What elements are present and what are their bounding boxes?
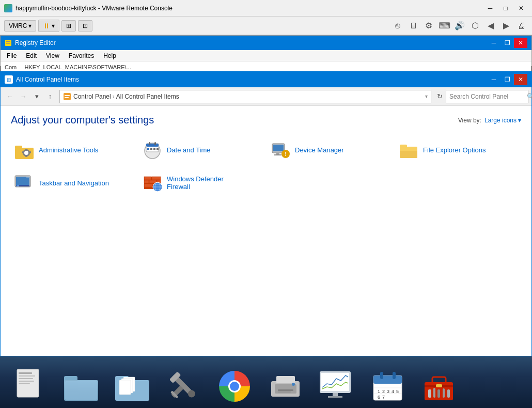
nav-up-button[interactable]: ↑ [44, 90, 56, 103]
view-by-dropdown[interactable]: Large icons ▾ [484, 117, 521, 124]
address-dropdown-arrow[interactable]: ▾ [425, 93, 428, 99]
registry-menu-edit[interactable]: Edit [22, 51, 41, 60]
defender-icon [142, 172, 163, 193]
svg-rect-13 [29, 151, 31, 153]
registry-titlebar: Registry Editor ─ ❐ ✕ [1, 36, 531, 50]
breadcrumb-control-panel[interactable]: Control Panel [73, 93, 111, 100]
vmrc-window-controls: ─ □ ✕ [483, 3, 528, 13]
breadcrumb-icon [63, 92, 71, 101]
vmrc-settings[interactable]: ⚙ [423, 20, 435, 32]
vmrc-send-ctrl-alt-del[interactable]: ⎋ [392, 20, 404, 32]
view-by-control: View by: Large icons ▾ [458, 117, 521, 124]
registry-icon [5, 39, 12, 46]
svg-rect-7 [15, 146, 22, 149]
panel-item-taskbar[interactable]: Taskbar and Navigation [11, 168, 135, 197]
nav-back-button[interactable]: ← [4, 90, 16, 103]
svg-rect-51 [19, 372, 32, 374]
taskbar-item-folder2[interactable] [107, 360, 157, 404]
taskbar-item-toolbox[interactable] [414, 360, 463, 404]
doc-icon-svg [14, 368, 45, 404]
cpanel-close-button[interactable]: ✕ [514, 74, 527, 85]
search-input[interactable] [449, 93, 527, 100]
vmrc-audio[interactable]: 🔊 [453, 20, 466, 32]
vmrc-keyboard[interactable]: ⌨ [438, 20, 450, 32]
registry-minimize-button[interactable]: ─ [487, 38, 500, 48]
panel-item-admin-tools[interactable]: Administrative Tools [11, 135, 135, 164]
svg-rect-25 [276, 153, 279, 154]
vmrc-pause-button[interactable]: ⏸ ▾ [38, 20, 59, 32]
svg-rect-74 [278, 391, 291, 393]
taskbar-item-doc[interactable] [5, 360, 54, 404]
vmrc-print[interactable]: 🖨 [515, 20, 528, 32]
registry-close-button[interactable]: ✕ [514, 38, 527, 48]
address-refresh-button[interactable]: ↻ [434, 90, 445, 103]
registry-menu-help[interactable]: Help [99, 51, 120, 60]
svg-rect-21 [149, 142, 150, 145]
nav-dropdown-button[interactable]: ▾ [30, 90, 43, 103]
taskbar-item-folder1[interactable] [56, 360, 105, 404]
panel-item-defender[interactable]: Windows Defender Firewall [139, 168, 263, 197]
svg-rect-72 [276, 376, 295, 383]
taskbar-icon-svg [14, 172, 35, 193]
vmrc-usb[interactable]: ⬡ [469, 20, 481, 32]
registry-menu-view[interactable]: View [42, 51, 64, 60]
taskbar-item-monitor-chart[interactable] [312, 360, 361, 404]
folder1-icon-svg [63, 371, 99, 402]
date-time-label: Date and Time [167, 146, 211, 154]
adjust-text: Adjust your computer's settings [11, 114, 154, 126]
svg-rect-30 [400, 145, 407, 148]
svg-rect-99 [437, 389, 440, 398]
svg-rect-31 [400, 151, 417, 158]
date-time-icon [142, 139, 163, 160]
panel-item-file-explorer[interactable]: File Explorer Options [395, 135, 519, 164]
svg-rect-100 [443, 388, 445, 398]
printer-icon-svg [269, 371, 302, 402]
defender-label-line1: Windows Defender [167, 175, 224, 183]
file-explorer-icon [398, 139, 419, 160]
taskbar-item-tools[interactable] [159, 360, 208, 404]
registry-menu-favorites[interactable]: Favorites [65, 51, 98, 60]
vmrc-fit-button[interactable]: ⊞ [61, 20, 76, 32]
chrome-icon-taskbar [216, 368, 253, 404]
panel-item-date-time[interactable]: Date and Time [139, 135, 263, 164]
folder2-icon-svg [114, 371, 150, 402]
vmrc-maximize-button[interactable]: □ [499, 3, 512, 13]
nav-forward-button[interactable]: → [17, 90, 29, 103]
svg-rect-4 [65, 95, 70, 96]
svg-rect-10 [25, 149, 27, 151]
vmrc-minimize-button[interactable]: ─ [483, 3, 497, 13]
date-time-icon-svg [142, 139, 163, 160]
svg-rect-22 [154, 142, 156, 145]
defender-icon-svg [142, 172, 163, 193]
vmrc-label: VMRC [9, 22, 27, 29]
registry-maximize-button[interactable]: ❐ [500, 38, 514, 48]
svg-rect-2 [6, 43, 10, 44]
taskbar-icon [14, 172, 35, 193]
vmrc-fullscreen-button[interactable]: ⊡ [78, 20, 92, 32]
svg-rect-40 [144, 180, 149, 183]
vmrc-forward[interactable]: ▶ [500, 20, 512, 32]
cpanel-title: All Control Panel Items [16, 76, 487, 83]
svg-point-75 [292, 383, 295, 386]
cpanel-maximize-button[interactable]: ❐ [500, 74, 514, 85]
taskbar-label: Taskbar and Navigation [39, 179, 109, 187]
svg-rect-11 [25, 155, 27, 157]
svg-rect-79 [328, 396, 342, 398]
view-by-value: Large icons [484, 117, 517, 124]
svg-rect-38 [144, 177, 151, 180]
taskbar-item-chrome[interactable] [210, 360, 259, 404]
registry-menubar: File Edit View Favorites Help [1, 50, 531, 61]
panel-item-device-manager[interactable]: ! Device Manager [267, 135, 391, 164]
cpanel-minimize-button[interactable]: ─ [487, 74, 500, 85]
monitor-chart-icon [319, 368, 355, 404]
registry-menu-file[interactable]: File [3, 51, 21, 60]
taskbar-item-calendar[interactable]: 1 2 3 4 5 6 7 [363, 360, 412, 404]
vmrc-back[interactable]: ◀ [484, 20, 497, 32]
vmrc-menu-button[interactable]: VMRC ▾ [4, 20, 36, 32]
vmrc-close-button[interactable]: ✕ [514, 3, 528, 13]
vmrc-screenshot[interactable]: 🖥 [407, 20, 419, 32]
device-manager-label: Device Manager [295, 146, 344, 154]
taskbar-item-printer[interactable] [261, 360, 310, 404]
address-bar[interactable]: Control Panel › All Control Panel Items … [59, 90, 431, 103]
file-explorer-icon-svg [398, 139, 419, 160]
